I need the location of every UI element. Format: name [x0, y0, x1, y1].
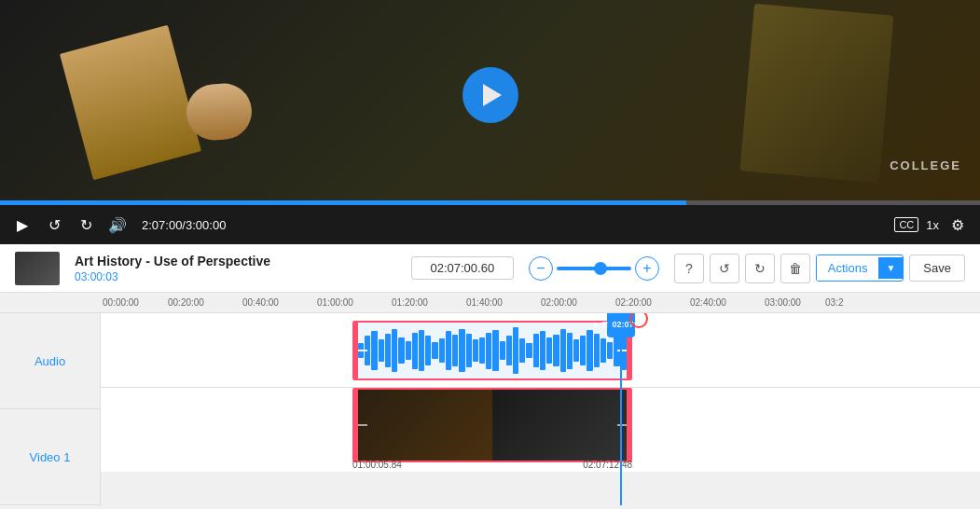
ruler-label-8: 02:40:00: [690, 297, 726, 308]
audio-waveform: [354, 323, 630, 378]
delete-button[interactable]: 🗑: [780, 254, 810, 283]
video-track-label: Video 1: [0, 409, 100, 505]
audio-clip[interactable]: [352, 321, 632, 380]
undo-button[interactable]: ↺: [710, 254, 739, 283]
rewind-button[interactable]: ↺: [43, 213, 65, 236]
playhead-head: ▶ ☰ 02:07:00: [607, 313, 635, 337]
video-progress-bar[interactable]: [0, 200, 980, 205]
actions-dropdown-button[interactable]: ▼: [878, 257, 903, 279]
play-button[interactable]: [462, 67, 518, 123]
video-duration: 03:00:03: [75, 270, 396, 283]
ruler-label-5: 01:40:00: [466, 297, 503, 308]
video-info: Art History - Use of Perspective 03:00:0…: [75, 254, 396, 283]
ruler-label-3: 01:00:00: [317, 297, 353, 308]
progress-fill: [0, 200, 686, 205]
ruler-label-2: 00:40:00: [242, 297, 279, 308]
play-pause-button[interactable]: ▶: [11, 213, 34, 236]
actions-main-button[interactable]: Actions: [817, 255, 879, 281]
time-display: 2:07:00/3:00:00: [142, 218, 226, 232]
playhead[interactable]: ▶ ☰ 02:07:00: [620, 313, 622, 505]
ruler-label-7: 02:20:00: [615, 297, 652, 308]
watermark-text: COLLEGE: [890, 158, 961, 172]
track-labels: Audio Video 1: [0, 313, 101, 505]
video-clip[interactable]: [352, 388, 632, 462]
clip-start-time: 01:00:05.84: [352, 460, 402, 470]
timeline-ruler: 00:00:00 00:20:00 00:40:00 01:00:00 01:2…: [0, 293, 980, 313]
toolbar-right: ? ↺ ↻ 🗑 Actions ▼ Save: [674, 254, 965, 283]
video-title: Art History - Use of Perspective: [75, 254, 396, 268]
video-track: 01:00:05.84 02:07:12.48: [101, 388, 980, 472]
speed-button[interactable]: 1x: [926, 218, 939, 232]
volume-button[interactable]: 🔊: [106, 213, 129, 236]
title-bar: Art History - Use of Perspective 03:00:0…: [0, 244, 980, 293]
track-content[interactable]: 01:00:05.84 02:07:12.48 ▶ ☰ 02:07:00: [101, 313, 980, 505]
zoom-out-button[interactable]: −: [529, 256, 553, 281]
zoom-slider[interactable]: [557, 267, 631, 270]
zoom-in-button[interactable]: +: [635, 256, 659, 281]
clip-end-time: 02:07:12.48: [583, 460, 632, 470]
ruler-label-0: 00:00:00: [103, 297, 139, 308]
settings-button[interactable]: ⚙: [946, 213, 969, 236]
track-container: Audio Video 1: [0, 313, 980, 505]
video-thumbnail: [15, 252, 60, 285]
loop-button[interactable]: ↻: [75, 213, 97, 236]
video-player: COLLEGE: [0, 0, 980, 200]
audio-track: [101, 313, 980, 388]
ruler-label-9: 03:00:00: [765, 297, 801, 308]
timeline: 00:00:00 00:20:00 00:40:00 01:00:00 01:2…: [0, 293, 980, 505]
ruler-label-4: 01:20:00: [392, 297, 428, 308]
ruler-label-6: 02:00:00: [541, 297, 577, 308]
redo-button[interactable]: ↻: [745, 254, 775, 283]
ruler-label-10: 03:2: [825, 297, 843, 308]
zoom-controls: − +: [529, 256, 659, 281]
save-button[interactable]: Save: [909, 254, 965, 282]
player-controls-bar: ▶ ↺ ↻ 🔊 2:07:00/3:00:00 CC 1x ⚙: [0, 205, 980, 244]
clip-time-labels: 01:00:05.84 02:07:12.48: [352, 460, 632, 470]
help-button[interactable]: ?: [674, 254, 704, 283]
cc-button[interactable]: CC: [894, 217, 918, 232]
audio-track-label: Audio: [0, 313, 100, 409]
actions-button-group: Actions ▼: [816, 254, 904, 282]
time-input[interactable]: [411, 256, 514, 280]
ruler-label-1: 00:20:00: [168, 297, 204, 308]
